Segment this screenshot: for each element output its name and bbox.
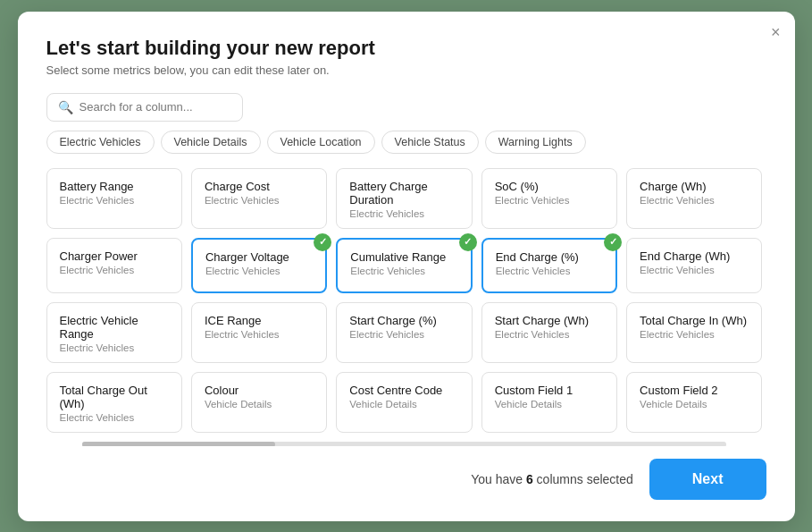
column-card[interactable]: Custom Field 1Vehicle Details <box>481 372 617 433</box>
filter-chip-wl[interactable]: Warning Lights <box>485 131 586 154</box>
column-card[interactable]: Charge (Wh)Electric Vehicles <box>626 168 762 229</box>
column-card[interactable]: Cumulative RangeElectric Vehicles✓ <box>336 238 472 293</box>
column-card-category: Vehicle Details <box>205 399 314 410</box>
column-card[interactable]: Cost Centre CodeVehicle Details <box>336 372 472 433</box>
column-card-name: Custom Field 1 <box>495 384 604 397</box>
count-suffix: selected <box>583 472 633 486</box>
filter-chip-vl[interactable]: Vehicle Location <box>267 131 375 154</box>
column-card-name: Electric Vehicle Range <box>60 314 169 341</box>
selected-check-badge: ✓ <box>459 233 477 251</box>
modal-title: Let's start building your new report <box>46 37 766 60</box>
column-card-name: Battery Charge Duration <box>349 180 458 207</box>
column-card-category: Electric Vehicles <box>495 329 604 340</box>
column-card[interactable]: Total Charge Out (Wh)Electric Vehicles <box>46 372 182 433</box>
column-card-name: ICE Range <box>205 314 314 327</box>
modal: × Let's start building your new report S… <box>18 12 795 521</box>
column-card-category: Electric Vehicles <box>60 412 169 423</box>
column-card-name: Cost Centre Code <box>349 384 458 397</box>
column-card[interactable]: Battery Charge DurationElectric Vehicles <box>336 168 472 229</box>
filter-chip-ev[interactable]: Electric Vehicles <box>46 131 155 154</box>
column-card[interactable]: ICE RangeElectric Vehicles <box>191 302 327 363</box>
column-card[interactable]: SoC (%)Electric Vehicles <box>481 168 617 229</box>
column-card-name: Colour <box>205 384 314 397</box>
column-card-category: Electric Vehicles <box>60 195 169 206</box>
column-card[interactable]: End Charge (Wh)Electric Vehicles <box>626 238 762 293</box>
count-label: columns <box>533 472 583 486</box>
column-card-category: Electric Vehicles <box>349 208 458 219</box>
column-card-name: Start Charge (Wh) <box>495 314 604 327</box>
filter-chips: Electric VehiclesVehicle DetailsVehicle … <box>46 131 586 154</box>
selected-count: You have 6 columns selected <box>471 472 633 486</box>
column-card-category: Electric Vehicles <box>495 195 604 206</box>
columns-grid-area: Battery RangeElectric VehiclesCharge Cos… <box>46 168 766 446</box>
filter-chip-vs[interactable]: Vehicle Status <box>381 131 479 154</box>
columns-grid: Battery RangeElectric VehiclesCharge Cos… <box>46 168 763 438</box>
column-card-category: Electric Vehicles <box>205 266 313 276</box>
column-card-category: Electric Vehicles <box>349 329 458 340</box>
column-card[interactable]: Start Charge (Wh)Electric Vehicles <box>481 302 617 363</box>
column-card-name: Cumulative Range <box>350 250 457 264</box>
column-card[interactable]: Custom Field 2Vehicle Details <box>626 372 762 433</box>
column-card-name: Charger Power <box>60 249 169 263</box>
column-card-name: Total Charge In (Wh) <box>640 314 749 327</box>
column-card-category: Electric Vehicles <box>205 329 314 340</box>
column-card-category: Vehicle Details <box>495 399 604 410</box>
modal-subtitle: Select some metrics below, you can edit … <box>46 63 766 77</box>
search-box[interactable]: 🔍 <box>46 93 243 122</box>
column-card[interactable]: Battery RangeElectric Vehicles <box>46 168 182 229</box>
search-input[interactable] <box>80 100 213 114</box>
column-card-category: Electric Vehicles <box>350 266 457 276</box>
column-card-name: Charge (Wh) <box>640 180 749 193</box>
column-card[interactable]: Charge CostElectric Vehicles <box>191 168 327 229</box>
column-card[interactable]: End Charge (%)Electric Vehicles✓ <box>481 238 617 293</box>
horizontal-scrollbar-thumb <box>82 442 276 446</box>
column-card-category: Electric Vehicles <box>640 265 749 275</box>
column-card[interactable]: Charger VoltageElectric Vehicles✓ <box>191 238 327 293</box>
column-card[interactable]: Charger PowerElectric Vehicles <box>46 238 182 293</box>
column-card-category: Electric Vehicles <box>60 342 169 353</box>
column-card-name: Custom Field 2 <box>640 384 749 397</box>
column-card-category: Electric Vehicles <box>60 265 169 275</box>
modal-overlay: × Let's start building your new report S… <box>0 0 812 532</box>
column-card-category: Electric Vehicles <box>496 266 603 276</box>
column-card-name: Start Charge (%) <box>349 314 458 327</box>
close-button[interactable]: × <box>771 24 781 40</box>
column-card-category: Electric Vehicles <box>640 195 749 206</box>
column-card-category: Vehicle Details <box>349 399 458 410</box>
column-card-name: End Charge (Wh) <box>640 249 749 263</box>
column-card-name: Charge Cost <box>205 180 314 193</box>
selected-check-badge: ✓ <box>314 233 331 251</box>
column-card[interactable]: Total Charge In (Wh)Electric Vehicles <box>626 302 762 363</box>
count-number: 6 <box>526 472 533 486</box>
column-card-name: Charger Voltage <box>205 250 313 264</box>
search-icon: 🔍 <box>58 100 73 114</box>
selected-check-badge: ✓ <box>604 233 622 251</box>
column-card[interactable]: Start Charge (%)Electric Vehicles <box>336 302 472 363</box>
column-card-name: SoC (%) <box>495 180 604 193</box>
column-card-name: Total Charge Out (Wh) <box>60 384 169 410</box>
filter-chip-vd[interactable]: Vehicle Details <box>161 131 261 154</box>
horizontal-scrollbar[interactable] <box>82 442 727 446</box>
column-card-name: Battery Range <box>60 180 169 193</box>
column-card[interactable]: ColourVehicle Details <box>191 372 327 433</box>
column-card-category: Electric Vehicles <box>205 195 314 206</box>
count-prefix: You have <box>471 472 526 486</box>
next-button[interactable]: Next <box>649 459 766 500</box>
column-card-name: End Charge (%) <box>496 250 603 264</box>
footer: You have 6 columns selected Next <box>46 459 766 500</box>
column-card[interactable]: Electric Vehicle RangeElectric Vehicles <box>46 302 182 363</box>
column-card-category: Vehicle Details <box>640 399 749 410</box>
column-card-category: Electric Vehicles <box>640 329 749 340</box>
search-filter-row: 🔍 Electric VehiclesVehicle DetailsVehicl… <box>46 93 766 154</box>
